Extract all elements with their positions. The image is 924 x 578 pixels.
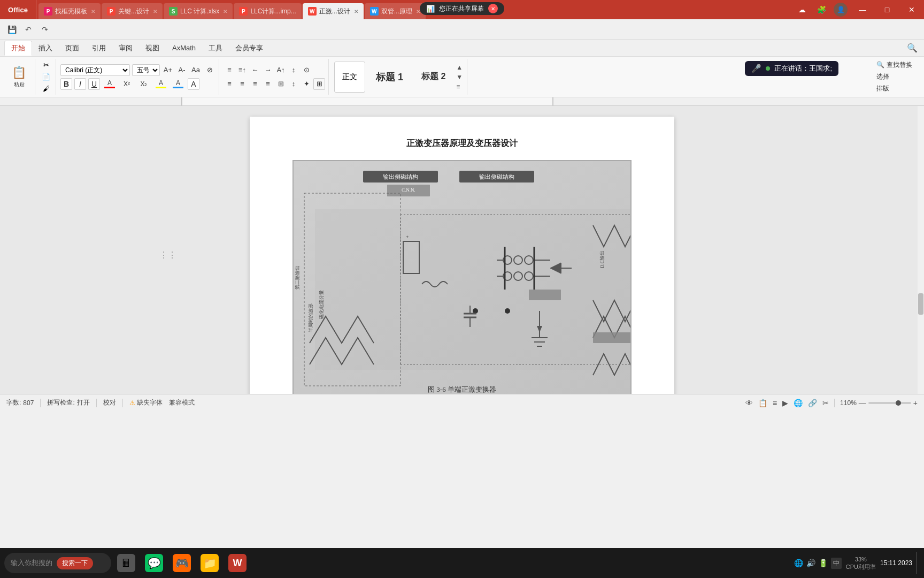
circuit-diagram-container[interactable]: 输出侧磁结构 输出侧磁结构 C.N.N. 第二路输出 [292, 160, 632, 394]
taskbar-mumu[interactable]: 🎮 [169, 550, 195, 576]
close-button[interactable]: ✕ [899, 0, 924, 19]
find-replace-btn[interactable]: 🔍 查找替换 [872, 60, 917, 70]
taskbar-wechat[interactable]: 💬 [141, 550, 167, 576]
compat-mode-item[interactable]: 兼容模式 [169, 398, 195, 407]
increase-indent-btn[interactable]: → [262, 64, 274, 76]
sharing-close-btn[interactable]: ✕ [488, 4, 498, 13]
globe-btn[interactable]: 🌐 [794, 399, 803, 407]
effects-btn[interactable]: ✦ [301, 78, 312, 90]
style-h2-btn[interactable]: 标题 2 [414, 62, 453, 93]
decrease-font-btn[interactable]: A- [176, 64, 188, 76]
line-spacing-btn[interactable]: ↕ [288, 64, 299, 76]
taskbar-search-btn[interactable]: 搜索一下 [57, 557, 93, 569]
style-dropdown-btn[interactable]: ▲ ▼ ≡ [456, 64, 463, 90]
tab-llc-excel[interactable]: S LLC 计算.xlsx ✕ [164, 3, 233, 19]
italic-button[interactable]: I [74, 78, 86, 90]
font-color-btn[interactable]: A [102, 78, 117, 90]
taskbar-files[interactable]: 📁 [197, 550, 222, 576]
bold-button[interactable]: B [60, 78, 72, 90]
tab-llc-imp[interactable]: P LLC计算...imp... [234, 3, 301, 19]
subscript-btn[interactable]: X₂ [136, 78, 151, 90]
tab-vip[interactable]: 会员专享 [229, 41, 270, 56]
style-h1-btn[interactable]: 标题 1 [368, 62, 411, 93]
font-name-select[interactable]: Calibri (正文) [60, 64, 130, 76]
doc-area[interactable]: ⋮⋮ 正激变压器原理及变压器设计 [0, 106, 924, 394]
increase-font-btn[interactable]: A+ [162, 64, 174, 76]
column-btn[interactable]: ⊞ [275, 78, 287, 90]
tab-insert[interactable]: 插入 [32, 41, 59, 56]
highlight-color-btn[interactable]: A [153, 78, 168, 90]
scrollbar-thumb[interactable] [918, 293, 923, 315]
zoom-out-btn[interactable]: — [859, 399, 866, 407]
tab-tools[interactable]: 工具 [202, 41, 229, 56]
tab-review[interactable]: 审阅 [112, 41, 139, 56]
read-mode-btn[interactable]: 👁 [745, 399, 753, 407]
volume-icon[interactable]: 🔊 [806, 559, 815, 567]
tab-wks-template[interactable]: P 找框壳模板 ✕ [38, 3, 101, 19]
undo-btn[interactable]: ↶ [21, 22, 36, 37]
link-btn[interactable]: 🔗 [808, 399, 817, 407]
spell-check-item[interactable]: 拼写检查: 打开 [47, 398, 89, 407]
tab-key-design[interactable]: P 关键...设计 ✕ [102, 3, 163, 19]
cloud-save-icon[interactable]: ☁ [792, 0, 812, 19]
tab-close-1[interactable]: ✕ [91, 9, 95, 14]
save-btn[interactable]: 💾 [4, 22, 19, 37]
copy-button[interactable]: 📄 [38, 72, 53, 81]
layout-btn[interactable]: 排版 [872, 84, 917, 94]
datetime-display[interactable]: 15:11 2023 [880, 559, 912, 568]
select-btn[interactable]: 选择 [872, 72, 917, 81]
tab-close-5[interactable]: ✕ [354, 9, 358, 14]
circle-btn[interactable]: ⊙ [301, 64, 312, 76]
align-right-btn[interactable]: ≡ [249, 78, 261, 90]
cut-button[interactable]: ✂ [38, 60, 53, 70]
redo-btn[interactable]: ↷ [37, 22, 52, 37]
battery-icon[interactable]: 🔋 [819, 559, 828, 567]
align-left-btn[interactable]: ≡ [224, 78, 235, 90]
list-view-btn[interactable]: ≡ [773, 399, 777, 407]
unordered-list-btn[interactable]: ≡ [224, 64, 235, 76]
tab-close-2[interactable]: ✕ [153, 9, 157, 14]
show-desktop-btn[interactable] [917, 552, 920, 574]
missing-font-item[interactable]: ⚠ 缺失字体 [129, 398, 163, 407]
tab-active-doc[interactable]: W 正激...设计 ✕ [303, 3, 364, 19]
extension-icon[interactable]: 🧩 [812, 0, 831, 19]
outline-mode-btn[interactable]: 📋 [758, 399, 767, 407]
input-method-icon[interactable]: 中 [831, 558, 842, 569]
scrollbar-vertical[interactable] [918, 106, 924, 394]
network-icon[interactable]: 🌐 [794, 559, 803, 567]
border-btn[interactable]: A [188, 78, 199, 90]
maximize-button[interactable]: □ [875, 0, 899, 19]
tab-axmath[interactable]: AxMath [166, 41, 202, 56]
align-center-btn[interactable]: ≡ [236, 78, 248, 90]
taskbar-calc[interactable]: 🖩 [113, 550, 139, 576]
ordered-list-btn[interactable]: ≡↑ [236, 64, 248, 76]
justify-btn[interactable]: ≡ [262, 78, 274, 90]
font-shade-btn[interactable]: A [171, 78, 186, 90]
search-btn[interactable]: 🔍 [905, 41, 920, 56]
font-size-select[interactable]: 五号 [132, 64, 160, 76]
zoom-slider[interactable] [868, 402, 911, 404]
style-normal-btn[interactable]: 正文 [334, 62, 365, 93]
text-orient-btn[interactable]: A↑ [275, 64, 287, 76]
user-avatar[interactable]: 👤 [831, 0, 850, 19]
table-btn[interactable]: ⊞ [313, 78, 325, 90]
taskbar-search-area[interactable]: 输入你想搜的 搜索一下 [4, 553, 111, 573]
superscript-btn[interactable]: X² [119, 78, 134, 90]
tab-double-pipe[interactable]: W 双管...原理 ✕ [365, 3, 426, 19]
decrease-indent-btn[interactable]: ← [249, 64, 261, 76]
office-logo[interactable]: Office [0, 0, 36, 19]
tab-close-3[interactable]: ✕ [223, 9, 227, 14]
tab-reference[interactable]: 引用 [86, 41, 112, 56]
minimize-button[interactable]: — [850, 0, 875, 19]
crop-btn[interactable]: ✂ [822, 399, 829, 407]
taskbar-wps[interactable]: W [225, 550, 250, 576]
play-btn[interactable]: ▶ [782, 399, 788, 407]
paste-button[interactable]: 📋 粘贴 [7, 62, 31, 93]
underline-button[interactable]: U [88, 78, 100, 90]
format-painter-button[interactable]: 🖌 [38, 83, 53, 93]
zoom-in-btn[interactable]: + [913, 399, 918, 407]
tab-home[interactable]: 开始 [4, 41, 32, 56]
proofread-btn[interactable]: 校对 [103, 398, 116, 407]
change-case-btn[interactable]: Aa [190, 64, 202, 76]
tab-view[interactable]: 视图 [139, 41, 166, 56]
